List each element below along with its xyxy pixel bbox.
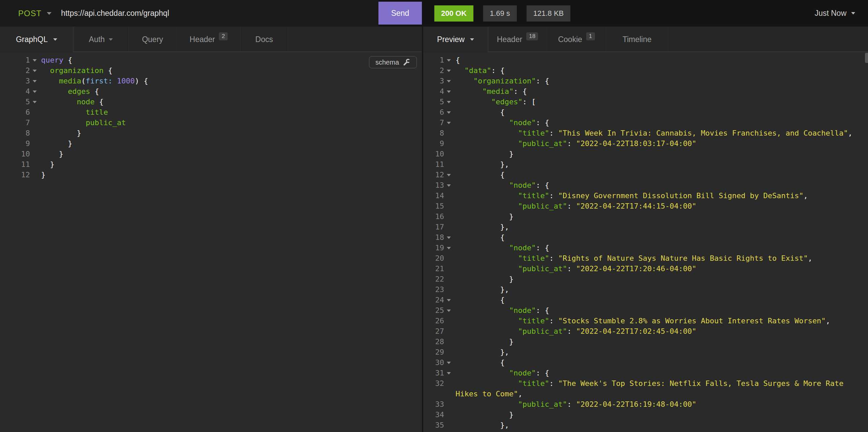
schema-button[interactable]: schema	[369, 56, 417, 68]
code-line[interactable]: 3 media(first: 1000) {	[0, 76, 422, 86]
code-text: query {	[41, 55, 72, 65]
fold-arrow-icon[interactable]	[444, 368, 456, 378]
code-text: },	[456, 284, 509, 295]
line-number: 8	[423, 128, 444, 138]
line-number: 9	[423, 138, 444, 149]
code-line[interactable]: 11 }	[0, 159, 422, 170]
line-number: 24	[423, 295, 444, 305]
code-line: 30 {	[423, 357, 868, 368]
code-line: 32 "title": "The Week's Top Stories: Net…	[423, 378, 868, 389]
fold-spacer	[444, 128, 456, 138]
tab-auth[interactable]: Auth	[73, 27, 129, 52]
scrollbar-thumb[interactable]	[865, 53, 868, 63]
header-count-badge: 2	[219, 32, 227, 40]
line-number: 12	[423, 170, 444, 180]
fold-spacer	[30, 159, 41, 170]
fold-arrow-icon[interactable]	[30, 97, 41, 107]
fold-arrow-icon[interactable]	[444, 180, 456, 191]
fold-arrow-icon[interactable]	[444, 118, 456, 128]
line-number: 25	[423, 305, 444, 315]
code-line: 19 "node": {	[423, 242, 868, 253]
fold-spacer	[444, 389, 456, 399]
fold-spacer	[30, 118, 41, 128]
fold-spacer	[30, 170, 41, 180]
fold-arrow-icon[interactable]	[444, 76, 456, 86]
fold-spacer	[444, 138, 456, 149]
fold-arrow-icon[interactable]	[30, 86, 41, 97]
tab-cookie[interactable]: Cookie 1	[547, 27, 606, 52]
tab-timeline[interactable]: Timeline	[606, 27, 668, 52]
code-line[interactable]: 10 }	[0, 149, 422, 159]
query-editor[interactable]: 1query {2 organization {3 media(first: 1…	[0, 52, 422, 432]
fold-spacer	[444, 378, 456, 389]
code-line[interactable]: 8 }	[0, 128, 422, 138]
response-header-count-badge: 18	[526, 32, 538, 40]
code-line[interactable]: 9 }	[0, 138, 422, 149]
code-text: Hikes to Come",	[456, 389, 523, 399]
line-number: 21	[423, 263, 444, 274]
fold-arrow-icon[interactable]	[444, 295, 456, 305]
code-text: }	[41, 138, 72, 149]
send-button[interactable]: Send	[378, 2, 422, 25]
fold-arrow-icon[interactable]	[444, 55, 456, 65]
code-line: 28 }	[423, 336, 868, 347]
code-text: "public_at": "2022-04-22T18:03:17-04:00"	[456, 138, 696, 149]
fold-arrow-icon[interactable]	[444, 170, 456, 180]
method-chevron-down-icon[interactable]	[47, 12, 52, 15]
fold-arrow-icon[interactable]	[30, 55, 41, 65]
body-type-dropdown[interactable]: GraphQL	[0, 27, 73, 52]
fold-spacer	[444, 326, 456, 336]
fold-arrow-icon[interactable]	[444, 65, 456, 76]
response-viewer-lines: 1{2 "data": {3 "organization": {4 "media…	[423, 52, 868, 432]
fold-arrow-icon[interactable]	[444, 86, 456, 97]
fold-arrow-icon[interactable]	[444, 305, 456, 315]
tab-header[interactable]: Header 2	[177, 27, 241, 52]
code-text: },	[456, 222, 509, 232]
tab-response-header[interactable]: Header 18	[488, 27, 547, 52]
response-history-dropdown[interactable]: Just Now	[814, 9, 855, 18]
method-dropdown[interactable]: POST	[18, 9, 41, 18]
fold-arrow-icon[interactable]	[444, 430, 456, 432]
code-line[interactable]: 4 edges {	[0, 86, 422, 97]
line-number: 26	[423, 315, 444, 326]
status-badge: 200 OK	[434, 5, 473, 22]
tab-query[interactable]: Query	[129, 27, 177, 52]
body-type-label: GraphQL	[16, 35, 48, 44]
fold-spacer	[444, 201, 456, 211]
code-line[interactable]: 1query {	[0, 55, 422, 65]
history-chevron-down-icon	[851, 12, 855, 14]
line-number: 9	[0, 138, 30, 149]
line-number: 12	[0, 170, 30, 180]
fold-arrow-icon[interactable]	[444, 107, 456, 118]
tab-docs[interactable]: Docs	[241, 27, 288, 52]
code-text: organization {	[41, 65, 113, 76]
code-text: media(first: 1000) {	[41, 76, 148, 86]
cookie-count-badge: 1	[586, 32, 595, 40]
code-line[interactable]: 2 organization {	[0, 65, 422, 76]
code-line: 6 {	[423, 107, 868, 118]
code-text: "edges": [	[456, 97, 536, 107]
fold-arrow-icon[interactable]	[444, 97, 456, 107]
code-line[interactable]: 7 public_at	[0, 118, 422, 128]
code-line[interactable]: 12}	[0, 170, 422, 180]
fold-arrow-icon[interactable]	[30, 76, 41, 86]
code-line: 18 {	[423, 232, 868, 242]
url-input[interactable]: https://api.cheddar.com/graphql	[61, 9, 169, 18]
code-text: "node": {	[456, 368, 549, 378]
fold-arrow-icon[interactable]	[444, 357, 456, 368]
code-text: {	[456, 170, 505, 180]
fold-arrow-icon[interactable]	[30, 65, 41, 76]
code-text: }	[41, 149, 63, 159]
code-text: "public_at": "2022-04-22T17:44:15-04:00"	[456, 201, 696, 211]
tab-auth-label: Auth	[89, 35, 105, 44]
code-line: 27 "public_at": "2022-04-22T17:02:45-04:…	[423, 326, 868, 336]
code-line[interactable]: 5 node {	[0, 97, 422, 107]
fold-arrow-icon[interactable]	[444, 232, 456, 242]
fold-arrow-icon[interactable]	[444, 242, 456, 253]
fold-spacer	[444, 159, 456, 170]
code-line[interactable]: 6 title	[0, 107, 422, 118]
code-line: 23 },	[423, 284, 868, 295]
code-text: "public_at": "2022-04-22T17:20:46-04:00"	[456, 263, 696, 274]
preview-mode-dropdown[interactable]: Preview	[423, 27, 488, 52]
wrench-icon	[403, 59, 410, 66]
